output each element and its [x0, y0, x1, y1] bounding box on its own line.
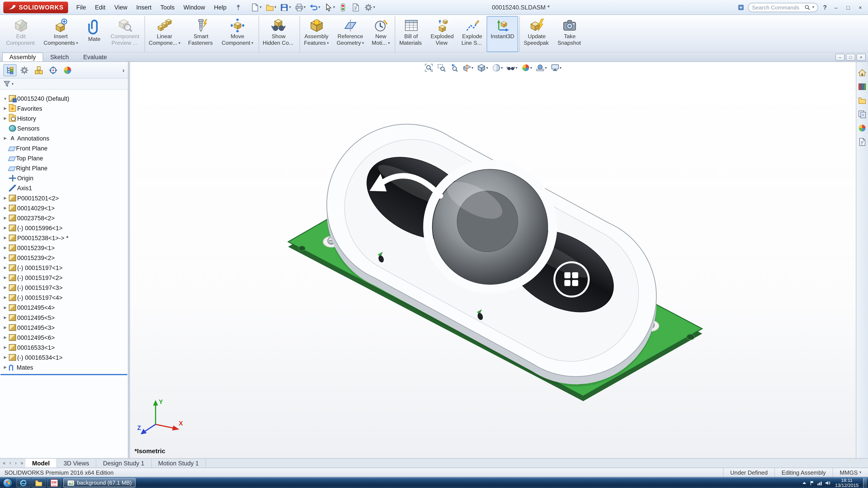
assembly-model[interactable] [130, 62, 856, 458]
doc-close-button[interactable]: × [857, 54, 866, 61]
tree-expand-arrow[interactable]: ▶ [2, 226, 8, 230]
task-pane-tab[interactable] [857, 109, 867, 119]
ribbon-button[interactable]: Bill of Materials [395, 16, 427, 52]
tree-expand-arrow[interactable]: ▶ [2, 325, 8, 330]
tray-icon[interactable] [817, 480, 823, 485]
tree-item[interactable]: ▶ (-) 00015996<1> [0, 223, 128, 233]
tab-scroll-button[interactable]: ‹ [8, 460, 13, 466]
commandmanager-tab[interactable]: Evaluate [76, 53, 114, 61]
tree-expand-arrow[interactable]: ▶ [2, 106, 8, 111]
tree-item[interactable]: ▶ 00012495<4> [0, 303, 128, 313]
restore-button[interactable]: □ [844, 4, 852, 10]
tray-icon[interactable] [802, 480, 807, 485]
taskbar-app-button[interactable] [16, 478, 31, 488]
tree-expand-arrow[interactable]: ▶ [2, 275, 8, 280]
tree-item[interactable]: ▶ 00014029<1> [0, 203, 128, 213]
feature-manager-tab[interactable] [18, 64, 31, 76]
search-input[interactable] [752, 4, 803, 10]
menu-item[interactable]: Tools [156, 3, 178, 11]
close-button[interactable]: × [856, 4, 865, 10]
feature-manager-tab[interactable] [32, 64, 45, 76]
ribbon-button[interactable]: Reference Geometry▾ [333, 16, 368, 52]
tree-expand-arrow[interactable]: ▶ [2, 116, 8, 121]
taskbar-app-button[interactable] [47, 478, 61, 488]
taskbar-active-window[interactable]: background (67.1 MB) [63, 478, 135, 488]
tree-item[interactable]: ▶ 00016533<1> [0, 343, 128, 352]
hud-button[interactable] [437, 64, 446, 72]
tree-item[interactable]: ▶ 00012495<5> [0, 313, 128, 323]
search-caret-icon[interactable]: ▾ [812, 5, 814, 9]
pin-menubar-icon[interactable] [235, 4, 242, 11]
help-button[interactable]: ? [822, 4, 829, 10]
tree-item[interactable]: ▶ 00023758<2> [0, 213, 128, 223]
tree-item[interactable]: Axis1 [0, 183, 128, 193]
menu-item[interactable]: Insert [132, 3, 156, 11]
ribbon-button[interactable]: Move Component▾ [218, 16, 257, 52]
ribbon-button[interactable]: Smart Fasteners [184, 16, 218, 52]
tree-item[interactable]: ▶ History [0, 113, 128, 123]
quick-access-button[interactable] [338, 2, 349, 12]
tab-scroll-button[interactable]: » [19, 460, 25, 466]
ribbon-button[interactable]: Component Preview ... [107, 16, 143, 52]
tree-expand-arrow[interactable]: ▶ [2, 315, 8, 320]
ribbon-button[interactable]: Assembly Features▾ [300, 16, 333, 52]
tree-expand-arrow[interactable]: ▶ [2, 136, 8, 140]
hud-button[interactable]: ▾ [506, 64, 518, 72]
doc-restore-button[interactable]: □ [846, 54, 855, 61]
tree-item[interactable]: ▶ (-) 00015197<3> [0, 283, 128, 293]
tree-item[interactable]: ▶ (-) 00015197<2> [0, 273, 128, 283]
search-icon[interactable] [804, 4, 811, 10]
tree-expand-arrow[interactable]: ▼ [2, 96, 8, 100]
menu-item[interactable]: Window [180, 3, 209, 11]
ribbon-button[interactable]: Explode Line S... [458, 16, 487, 52]
tree-expand-arrow[interactable]: ▶ [2, 345, 8, 350]
task-pane-tab[interactable] [857, 95, 867, 105]
tree-expand-arrow[interactable]: ▶ [2, 335, 8, 340]
dropdown-caret-icon[interactable]: ▾ [304, 5, 306, 9]
commandmanager-tab[interactable]: Sketch [43, 53, 76, 61]
show-desktop-button[interactable] [863, 478, 867, 488]
tree-expand-arrow[interactable]: ▶ [2, 206, 8, 210]
community-icon[interactable] [738, 4, 745, 11]
tree-expand-arrow[interactable]: ▶ [2, 266, 8, 270]
tree-item[interactable]: Sensors [0, 123, 128, 133]
tree-item[interactable]: ▼ 00015240 (Default) [0, 94, 128, 103]
task-pane-tab[interactable] [857, 137, 867, 147]
quick-access-button[interactable]: ▾ [323, 2, 336, 12]
tree-expand-arrow[interactable]: ▶ [2, 286, 8, 290]
filter-caret-icon[interactable]: ▾ [11, 82, 13, 86]
ribbon-button[interactable]: Instant3D [487, 16, 518, 52]
tray-icon[interactable] [825, 480, 831, 485]
hud-button[interactable]: ▾ [551, 64, 561, 72]
tab-scroll-button[interactable]: › [13, 460, 18, 466]
quick-access-button[interactable]: ▾ [363, 2, 376, 12]
task-pane-tab[interactable] [857, 81, 867, 91]
feature-manager-tab[interactable] [46, 64, 60, 76]
ribbon-button[interactable]: Linear Compone...▾ [144, 16, 184, 52]
minimize-button[interactable]: – [832, 4, 840, 10]
tree-item[interactable]: ▶ P00015201<2> [0, 193, 128, 203]
commandmanager-tab[interactable]: Assembly [2, 53, 43, 61]
menu-item[interactable]: Help [210, 3, 230, 11]
ribbon-button[interactable]: Edit Component [2, 16, 40, 52]
menu-item[interactable]: File [72, 3, 90, 11]
dropdown-caret-icon[interactable]: ▾ [373, 5, 375, 9]
tree-expand-arrow[interactable]: ▶ [2, 246, 8, 250]
dropdown-caret-icon[interactable]: ▾ [333, 5, 335, 9]
tab-scroll-button[interactable]: « [1, 460, 7, 466]
tree-expand-arrow[interactable]: ▶ [2, 305, 8, 310]
ribbon-button[interactable]: Insert Components▾ [40, 16, 82, 52]
hud-button[interactable]: ▾ [492, 64, 503, 72]
quick-access-button[interactable]: ▾ [308, 2, 321, 12]
study-tab[interactable]: Motion Study 1 [151, 459, 206, 467]
ribbon-button[interactable]: Update Speedpak [519, 16, 554, 52]
dropdown-caret-icon[interactable]: ▾ [260, 5, 262, 9]
tree-item[interactable]: Front Plane [0, 143, 128, 153]
hud-button[interactable] [425, 64, 433, 72]
panel-splitter[interactable] [128, 62, 130, 458]
hud-button[interactable]: ▾ [477, 64, 488, 72]
study-tab[interactable]: Design Study 1 [96, 459, 151, 467]
quick-access-button[interactable]: ▾ [265, 2, 278, 12]
dropdown-caret-icon[interactable]: ▾ [318, 5, 320, 9]
study-tab[interactable]: Model [26, 459, 57, 467]
